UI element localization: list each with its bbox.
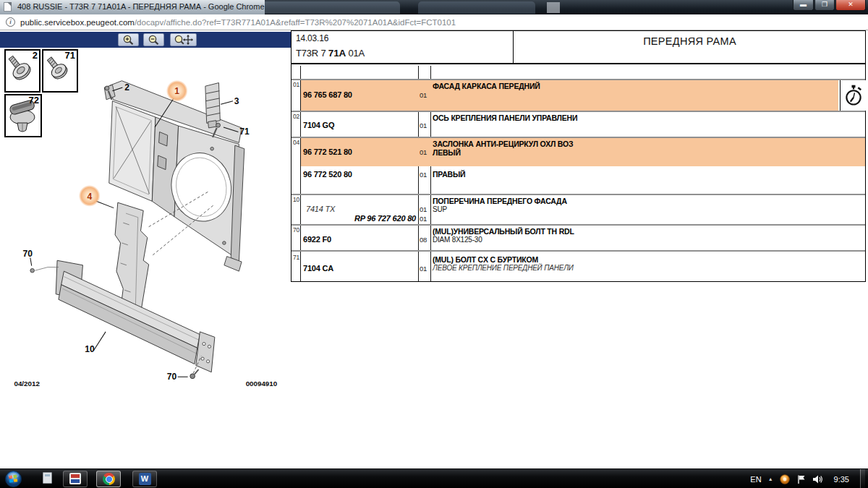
exploded-diagram: 1 4 2 3 71 70 10 70 04/2012 00094910 xyxy=(0,49,291,457)
hidden-icons-arrow[interactable]: ▲ xyxy=(768,476,773,481)
url-text[interactable]: public.servicebox.peugeot.com/docapv/aff… xyxy=(20,18,456,27)
callout-2[interactable]: 2 xyxy=(124,82,129,93)
catalog-reference: T73R 7 71A 01A xyxy=(296,48,365,59)
taskbar-app-icon[interactable] xyxy=(43,472,54,485)
callout-1[interactable]: 1 xyxy=(174,86,179,96)
part-description: ПРАВЫЙ xyxy=(433,170,465,179)
parts-table: 14.03.16 T73R 7 71A 01A ПЕРЕДНЯЯ РАМА xyxy=(291,30,866,282)
page-icon xyxy=(4,2,12,12)
callout-70-bottom[interactable]: 70 xyxy=(167,372,177,382)
part-description-2: SUP xyxy=(433,205,447,213)
table-row[interactable]: 71 7104 CA 01 (MUL) БОЛТ CX С БУРТИКОМ Л… xyxy=(292,253,865,281)
app-icon xyxy=(43,472,52,484)
part-qty: 01 xyxy=(420,265,427,273)
address-bar[interactable]: i public.servicebox.peugeot.com/docapv/a… xyxy=(0,14,868,30)
table-body: 01 96 765 687 80 01 ФАСАД КАРКАСА ПЕРЕДН… xyxy=(292,66,865,281)
callout-3[interactable]: 3 xyxy=(234,96,239,106)
zoom-in-icon xyxy=(121,34,137,46)
row-index: 71 xyxy=(293,254,299,261)
table-row[interactable]: 70 6922 F0 08 (MUL)УНИВЕРСАЛЬНЫЙ БОЛТ TH… xyxy=(292,226,865,250)
part-number[interactable]: 7104 CA xyxy=(303,264,333,273)
part-description-2: DIAM 8X125-30 xyxy=(433,236,482,244)
row-index: 04 xyxy=(293,139,299,146)
table-row[interactable]: 02 7104 GQ 01 ОСЬ КРЕПЛЕНИЯ ПАНЕЛИ УПРАВ… xyxy=(292,112,865,137)
callout-10[interactable]: 10 xyxy=(85,344,95,354)
volume-icon[interactable] xyxy=(812,474,823,484)
action-center-flag-icon[interactable] xyxy=(796,474,806,484)
part-qty: 01 xyxy=(420,205,427,213)
part-number[interactable]: 6922 F0 xyxy=(303,235,331,244)
row-index: 01 xyxy=(293,81,299,88)
zoom-out-button[interactable] xyxy=(143,33,164,46)
zoom-out-icon xyxy=(146,34,162,46)
info-icon[interactable]: i xyxy=(6,17,15,27)
part-number[interactable]: 96 772 520 80 xyxy=(303,170,352,179)
chrome-icon xyxy=(103,473,115,485)
part-qty: 01 xyxy=(420,148,427,156)
title-bar[interactable]: 408 RUSSIE - T73R 7 71A01A - ПЕРЕДНЯЯ РА… xyxy=(0,0,868,14)
part-qty: 01 xyxy=(420,121,427,129)
replacement-part-number[interactable]: RP 96 727 620 80 xyxy=(303,214,416,223)
part-number[interactable]: 96 772 521 80 xyxy=(303,147,352,156)
background-window-tab xyxy=(252,1,400,14)
stopwatch-icon xyxy=(844,85,863,106)
catalog-app-icon xyxy=(69,473,81,484)
row-index: 10 xyxy=(293,196,299,203)
table-row[interactable]: 96 772 520 80 01 ПРАВЫЙ xyxy=(292,166,865,194)
diagram-number: 00094910 xyxy=(246,380,278,388)
part-number[interactable]: 96 765 687 80 xyxy=(303,90,352,99)
callout-4[interactable]: 4 xyxy=(87,192,92,202)
part-qty: 01 xyxy=(420,215,427,223)
part-description: (MUL) БОЛТ CX С БУРТИКОМ xyxy=(433,255,538,264)
section-title: ПЕРЕДНЯЯ РАМА xyxy=(514,31,866,47)
system-tray: EN ▲ 9:35 xyxy=(750,469,868,488)
stopwatch-cell xyxy=(840,80,867,111)
part-description-2: ЛЕВОЕ КРЕПЛЕНИЕ ПЕРЕДНЕЙ ПАНЕЛИ xyxy=(433,264,574,272)
part-qty: 01 xyxy=(420,91,427,99)
diagram-toolbar xyxy=(0,32,291,48)
maximize-button[interactable]: ❐ xyxy=(814,0,835,11)
catalog-date: 14.03.16 xyxy=(296,33,328,43)
word-icon: W xyxy=(139,473,151,485)
taskbar-button-catalog[interactable] xyxy=(63,471,88,487)
part-qty: 01 xyxy=(420,171,427,179)
start-button[interactable] xyxy=(4,470,22,488)
part-description-2: ЛЕВЫЙ xyxy=(433,148,461,157)
language-indicator[interactable]: EN xyxy=(750,475,761,484)
taskbar-button-word[interactable]: W xyxy=(132,471,157,487)
zoom-in-button[interactable] xyxy=(118,33,139,46)
table-row[interactable]: 04 96 772 521 80 01 ЗАСЛОНКА АНТИ-РЕЦИРК… xyxy=(292,138,865,166)
bracket-part xyxy=(205,83,220,128)
taskbar: W EN ▲ 9:35 xyxy=(0,468,868,488)
part-number[interactable]: 7104 GQ xyxy=(303,121,334,129)
url-path: /docapv/affiche.do?ref=T73R771A01A&refaf… xyxy=(135,18,456,27)
part-description: ПОПЕРЕЧИНА ПЕРЕДНЕГО ФАСАДА xyxy=(433,197,567,205)
show-desktop-button[interactable] xyxy=(860,469,865,488)
part-qty: 08 xyxy=(420,236,427,244)
part-description: ОСЬ КРЕПЛЕНИЯ ПАНЕЛИ УПРАВЛЕНИ xyxy=(433,114,577,122)
window-title: 408 RUSSIE - T73R 7 71A01A - ПЕРЕДНЯЯ РА… xyxy=(17,0,265,14)
row-index: 02 xyxy=(293,113,299,120)
background-window-fragment xyxy=(547,2,560,13)
minimize-button[interactable]: ▬ xyxy=(793,0,814,11)
diagram-date: 04/2012 xyxy=(14,380,41,388)
callout-70-left[interactable]: 70 xyxy=(23,249,33,259)
part-description: ФАСАД КАРКАСА ПЕРЕДНИЙ xyxy=(433,82,540,90)
pan-icon xyxy=(173,34,195,46)
table-row[interactable]: 10 7414 TX 01 ПОПЕРЕЧИНА ПЕРЕДНЕГО ФАСАД… xyxy=(292,195,865,224)
row-index: 70 xyxy=(293,226,299,234)
url-host: public.servicebox.peugeot.com xyxy=(20,18,135,27)
part-description: (MUL)УНИВЕРСАЛЬНЫЙ БОЛТ TH RDL xyxy=(433,227,574,236)
close-button[interactable]: ✕ xyxy=(835,0,866,11)
antivirus-icon[interactable] xyxy=(780,474,790,484)
table-header: 14.03.16 T73R 7 71A 01A ПЕРЕДНЯЯ РАМА xyxy=(292,31,865,64)
part-number[interactable]: 7414 TX xyxy=(306,205,335,213)
taskbar-button-chrome[interactable] xyxy=(96,471,121,487)
part-description: ЗАСЛОНКА АНТИ-РЕЦИРКУЛ ОХЛ ВОЗ xyxy=(433,140,573,148)
background-window-tab xyxy=(418,1,535,14)
pan-button[interactable] xyxy=(170,33,197,46)
callout-71[interactable]: 71 xyxy=(239,127,250,137)
page-content: 2 71 xyxy=(0,30,868,468)
table-row[interactable]: 01 96 765 687 80 01 ФАСАД КАРКАСА ПЕРЕДН… xyxy=(292,80,865,111)
clock[interactable]: 9:35 xyxy=(834,475,849,484)
